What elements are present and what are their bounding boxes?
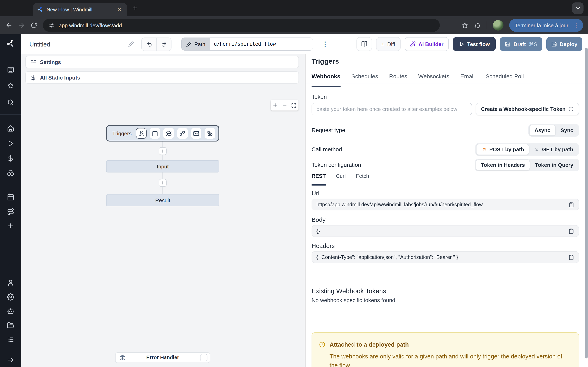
tab-rest[interactable]: REST	[311, 173, 326, 183]
canvas-zoom-controls	[271, 100, 298, 110]
url-value: https://app.windmill.dev/api/w/windmill-…	[316, 202, 565, 207]
sidebar-item-workers[interactable]	[7, 308, 14, 315]
draft-button[interactable]: Draft ⌘S	[500, 37, 542, 51]
more-options-icon[interactable]: ⋮	[322, 40, 328, 48]
tab-webhooks[interactable]: Webhooks	[311, 73, 340, 83]
sidebar-item-triggers[interactable]	[7, 208, 14, 215]
arrow-up-right-icon	[481, 147, 487, 152]
create-webhook-token-button[interactable]: Create a Webhook-specific Token	[476, 103, 579, 115]
deploy-button[interactable]: Deploy	[546, 37, 582, 51]
site-settings-icon[interactable]	[49, 22, 55, 28]
path-edit-button[interactable]: Path	[182, 38, 210, 50]
toolbar-separator	[486, 21, 487, 29]
tab-websockets[interactable]: Websockets	[418, 73, 449, 83]
path-input[interactable]	[210, 38, 313, 50]
save-icon	[551, 41, 557, 47]
back-button[interactable]	[5, 22, 13, 29]
trigger-scheduled-poll-button[interactable]	[205, 128, 215, 139]
test-flow-button[interactable]: Test flow	[453, 37, 496, 51]
tab-search-button[interactable]	[572, 2, 584, 14]
deployed-path-warning: Attached to a deployed path The webhooks…	[311, 332, 579, 367]
bookmark-star-icon[interactable]	[461, 22, 468, 29]
option-get-by-path[interactable]: GET by path	[529, 144, 578, 155]
trigger-route-button[interactable]	[164, 128, 174, 139]
sidebar-item-favorites[interactable]	[7, 82, 14, 89]
sidebar-item-variables[interactable]	[7, 155, 14, 162]
tab-close-icon[interactable]: ✕	[116, 6, 123, 13]
book-icon	[361, 41, 367, 47]
browser-tab[interactable]: New Flow | Windmill ✕	[33, 3, 127, 16]
option-token-in-query[interactable]: Token in Query	[530, 159, 578, 170]
reload-button[interactable]	[31, 22, 37, 29]
sidebar-item-logs[interactable]	[7, 336, 14, 343]
sidebar-item-folders[interactable]	[7, 322, 14, 329]
docs-button[interactable]	[356, 37, 372, 51]
flow-header-bar: Untitled Path ⋮ ± Diff AI Builder	[21, 34, 588, 54]
diff-icon: ±	[381, 41, 384, 47]
copy-headers-icon[interactable]	[568, 254, 574, 260]
body-label: Body	[311, 216, 325, 223]
copy-url-icon[interactable]	[568, 202, 574, 207]
fit-view-button[interactable]	[289, 100, 298, 110]
tab-schedules[interactable]: Schedules	[351, 73, 378, 83]
copy-body-icon[interactable]	[568, 228, 574, 234]
sidebar-item-user[interactable]	[7, 279, 14, 286]
add-error-handler-button[interactable]	[200, 354, 208, 361]
trigger-schedule-button[interactable]	[150, 128, 160, 139]
panel-scrollbar[interactable]	[585, 48, 588, 359]
forward-button[interactable]	[18, 22, 25, 29]
dollar-icon	[30, 75, 36, 81]
result-node[interactable]: Result	[106, 194, 219, 206]
add-step-button[interactable]	[159, 179, 167, 187]
error-handler-node[interactable]: Error Handler	[115, 352, 210, 363]
sidebar-item-settings[interactable]	[7, 293, 14, 300]
app-sidebar	[0, 34, 21, 367]
edit-name-pencil-icon[interactable]	[128, 41, 134, 47]
trigger-webhook-button[interactable]	[136, 128, 146, 139]
tab-email[interactable]: Email	[460, 73, 475, 83]
url-bar[interactable]: app.windmill.dev/flows/add	[43, 19, 440, 32]
sidebar-item-schedules[interactable]	[7, 193, 14, 201]
tab-curl[interactable]: Curl	[336, 173, 346, 183]
code-example-tabs: REST Curl Fetch	[305, 173, 588, 183]
diff-button[interactable]: ± Diff	[376, 37, 400, 51]
new-tab-button[interactable]	[131, 4, 138, 11]
static-inputs-bar[interactable]: All Static Inputs	[25, 71, 299, 83]
profile-avatar[interactable]	[493, 20, 503, 31]
redo-button[interactable]	[156, 38, 171, 50]
tab-fetch[interactable]: Fetch	[356, 173, 369, 183]
ai-builder-button[interactable]: AI Builder	[405, 37, 449, 51]
input-node[interactable]: Input	[106, 160, 219, 173]
add-step-button[interactable]	[159, 147, 167, 155]
option-token-in-headers[interactable]: Token in Headers	[476, 159, 530, 170]
triggers-node[interactable]: Triggers	[106, 125, 219, 142]
sidebar-item-runs[interactable]	[7, 140, 14, 147]
option-sync[interactable]: Sync	[556, 125, 578, 136]
play-icon	[459, 42, 464, 47]
windmill-logo[interactable]	[6, 39, 15, 48]
trigger-email-button[interactable]	[191, 128, 201, 139]
sidebar-item-create[interactable]	[7, 222, 14, 230]
undo-button[interactable]	[142, 38, 156, 50]
finish-update-button[interactable]: Terminer la mise à jour ⋮	[509, 19, 583, 32]
finish-update-label: Terminer la mise à jour	[515, 22, 568, 28]
sidebar-item-resources[interactable]	[7, 169, 14, 176]
headers-label: Headers	[311, 242, 335, 249]
trigger-websocket-button[interactable]	[177, 128, 188, 139]
sidebar-expand-arrow-icon[interactable]	[7, 356, 14, 364]
browser-menu-icon[interactable]: ⋮	[572, 22, 581, 29]
token-input[interactable]	[311, 103, 472, 115]
sidebar-item-home[interactable]	[7, 125, 14, 132]
tab-scheduled-poll[interactable]: Scheduled Poll	[486, 73, 524, 83]
sidebar-item-search[interactable]	[7, 99, 14, 106]
zoom-out-button[interactable]	[280, 100, 289, 110]
zoom-in-button[interactable]	[271, 100, 280, 110]
flow-name-field[interactable]: Untitled	[27, 41, 136, 48]
alert-icon	[319, 341, 325, 348]
option-async[interactable]: Async	[529, 125, 556, 136]
settings-bar[interactable]: Settings	[25, 56, 299, 68]
tab-routes[interactable]: Routes	[389, 73, 407, 83]
sidebar-item-workspace[interactable]	[7, 66, 14, 73]
option-post-by-path[interactable]: POST by path	[476, 144, 529, 155]
extensions-icon[interactable]	[474, 22, 481, 29]
